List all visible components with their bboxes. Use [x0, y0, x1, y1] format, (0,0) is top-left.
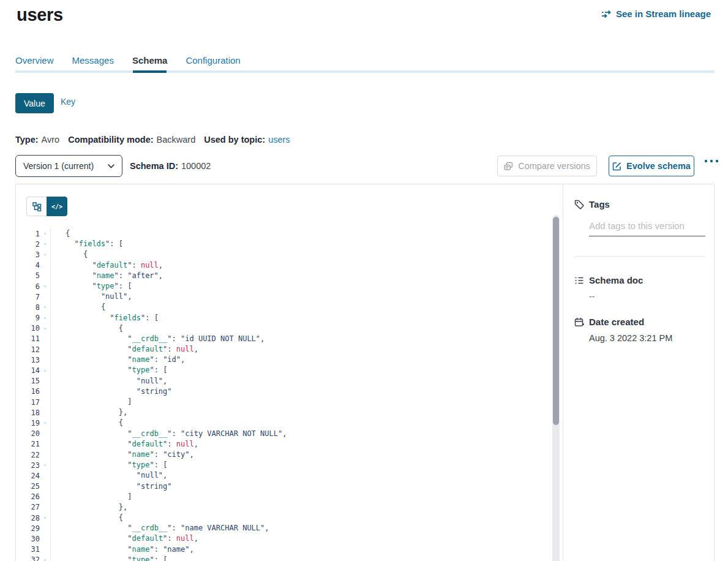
- stream-lineage-label: See in Stream lineage: [616, 9, 711, 19]
- fold-arrow-icon[interactable]: ▾: [40, 557, 50, 561]
- key-toggle-button[interactable]: Key: [61, 97, 75, 107]
- line-number: 20: [16, 429, 40, 438]
- code-line[interactable]: "default": null,: [66, 344, 563, 355]
- code-line[interactable]: {: [66, 228, 563, 239]
- gutter-line: 22: [16, 450, 50, 460]
- schema-panel: </> 1▾2▾3▾456▾78▾9▾10▾11121314▾151617181…: [15, 184, 715, 561]
- topic-link[interactable]: users: [268, 135, 290, 145]
- tree-view-button[interactable]: [26, 197, 47, 216]
- line-number: 29: [16, 524, 40, 533]
- fold-arrow-icon[interactable]: ▾: [40, 304, 50, 310]
- gutter-line: 3▾: [16, 249, 50, 260]
- chevron-down-icon: [108, 164, 114, 168]
- compare-versions-button[interactable]: Compare versions: [497, 156, 597, 176]
- code-line[interactable]: "fields": [: [66, 313, 563, 323]
- code-line[interactable]: {: [66, 249, 563, 260]
- fold-arrow-icon[interactable]: ▾: [40, 315, 50, 321]
- line-number: 15: [16, 377, 40, 385]
- tags-input[interactable]: [589, 218, 705, 236]
- code-view-button[interactable]: </>: [47, 197, 67, 216]
- code-line[interactable]: "default": null,: [66, 439, 563, 450]
- schema-meta-row: Type:Avro Compatibility mode:Backward Us…: [15, 135, 290, 145]
- tab-overview[interactable]: Overview: [15, 55, 54, 72]
- code-line[interactable]: "__crdb__": "city VARCHAR NOT NULL",: [66, 429, 563, 439]
- more-actions-button[interactable]: [702, 157, 721, 165]
- calendar-plus-icon: [574, 317, 584, 329]
- code-line[interactable]: "string": [66, 481, 563, 492]
- code-line[interactable]: "name": "name",: [66, 544, 563, 555]
- code-line[interactable]: "null",: [66, 292, 563, 302]
- schema-doc-value: --: [589, 292, 595, 301]
- line-number: 2: [16, 240, 40, 249]
- line-number: 32: [16, 555, 40, 561]
- gutter-line: 30: [16, 533, 50, 544]
- fold-arrow-icon[interactable]: ▾: [40, 326, 50, 331]
- fold-arrow-icon[interactable]: ▾: [40, 252, 50, 257]
- code-line[interactable]: "string": [66, 386, 563, 397]
- code-line[interactable]: {: [66, 302, 563, 312]
- line-number: 14: [16, 366, 40, 375]
- code-line[interactable]: "__crdb__": "name VARCHAR NULL",: [66, 523, 563, 533]
- code-line[interactable]: ]: [66, 492, 563, 502]
- code-line[interactable]: {: [66, 418, 563, 428]
- code-line[interactable]: },: [66, 407, 563, 418]
- code-line[interactable]: "null",: [66, 376, 563, 386]
- fold-arrow-icon[interactable]: ▾: [40, 368, 50, 374]
- line-number: 7: [16, 293, 40, 301]
- fold-arrow-icon[interactable]: ▾: [40, 515, 50, 521]
- code-line[interactable]: "name": "after",: [66, 271, 563, 281]
- gutter-line: 2▾: [16, 239, 50, 249]
- schema-id-label: Schema ID:: [130, 161, 178, 171]
- stream-lineage-link[interactable]: See in Stream lineage: [601, 9, 711, 19]
- gutter-line: 4: [16, 260, 50, 271]
- code-line[interactable]: "null",: [66, 470, 563, 481]
- code-line[interactable]: "fields": [: [66, 239, 563, 249]
- gutter-line: 23▾: [16, 460, 50, 470]
- code-line[interactable]: },: [66, 502, 563, 513]
- fold-arrow-icon[interactable]: ▾: [40, 284, 50, 289]
- version-dropdown[interactable]: Version 1 (current): [15, 155, 122, 177]
- tab-schema[interactable]: Schema: [132, 55, 168, 72]
- code-line[interactable]: ]: [66, 397, 563, 407]
- gutter-line: 14▾: [16, 365, 50, 375]
- code-line[interactable]: "type": [: [66, 555, 563, 561]
- line-number: 31: [16, 545, 40, 554]
- gutter-line: 28▾: [16, 513, 50, 523]
- value-toggle-button[interactable]: Value: [15, 93, 54, 113]
- line-number: 26: [16, 492, 40, 501]
- gutter-line: 11: [16, 334, 50, 344]
- editor-scrollbar-thumb[interactable]: [553, 217, 559, 425]
- editor-view-toggle: </>: [26, 197, 67, 216]
- code-line[interactable]: "type": [: [66, 460, 563, 470]
- line-number: 25: [16, 482, 40, 491]
- fold-arrow-icon[interactable]: ▾: [40, 241, 50, 247]
- code-view-icon: </>: [51, 203, 62, 210]
- fold-arrow-icon[interactable]: ▾: [40, 462, 50, 468]
- line-number: 22: [16, 451, 40, 459]
- tags-heading: Tags: [589, 199, 610, 209]
- gutter-line: 20: [16, 429, 50, 439]
- tab-bar: Overview Messages Schema Configuration: [15, 55, 241, 72]
- code-line[interactable]: "name": "city",: [66, 450, 563, 460]
- schema-code-editor[interactable]: { "fields": [ { "default": null, "name":…: [51, 228, 563, 561]
- line-number: 4: [16, 261, 40, 269]
- gutter-line: 21: [16, 439, 50, 450]
- tab-configuration[interactable]: Configuration: [186, 55, 240, 72]
- gutter-line: 27: [16, 502, 50, 513]
- gutter-line: 18: [16, 407, 50, 418]
- code-line[interactable]: "type": [: [66, 281, 563, 292]
- code-line[interactable]: "default": null,: [66, 533, 563, 544]
- code-line[interactable]: "type": [: [66, 365, 563, 375]
- code-line[interactable]: {: [66, 513, 563, 523]
- evolve-schema-button[interactable]: Evolve schema: [609, 156, 694, 176]
- fold-arrow-icon[interactable]: ▾: [40, 231, 50, 236]
- fold-arrow-icon[interactable]: ▾: [40, 420, 50, 426]
- code-line[interactable]: {: [66, 323, 563, 334]
- tab-messages[interactable]: Messages: [72, 55, 114, 72]
- list-icon: [574, 276, 584, 288]
- code-line[interactable]: "name": "id",: [66, 355, 563, 365]
- code-line[interactable]: "__crdb__": "id UUID NOT NULL",: [66, 334, 563, 344]
- line-number: 10: [16, 324, 40, 333]
- code-line[interactable]: "default": null,: [66, 260, 563, 271]
- gutter-line: 17: [16, 397, 50, 407]
